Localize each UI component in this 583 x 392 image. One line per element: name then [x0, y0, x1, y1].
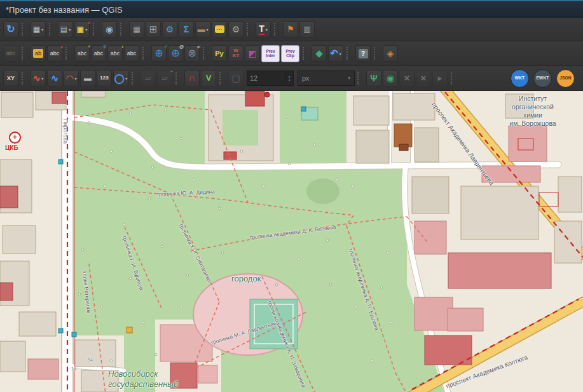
titlebar: *Проект без названия — QGIS — [0, 0, 583, 18]
main-toolbar: ↻ ▦ ▾ ▤ ▾ — [0, 18, 583, 41]
toolbar-handle — [142, 47, 148, 60]
label-highlight-button[interactable]: ab — [31, 45, 46, 62]
badge: ● — [88, 20, 90, 25]
help-button[interactable]: ? — [355, 45, 371, 62]
delete-vertex-button[interactable]: × — [399, 70, 415, 86]
map-label-university: Новосибирск государственный — [108, 369, 178, 389]
badge: + — [88, 44, 90, 50]
text-annotation-button[interactable]: T ▾ — [256, 21, 271, 37]
stepper-down-icon[interactable]: ▾ — [285, 78, 293, 82]
label-move-button[interactable]: abc + — [74, 45, 90, 62]
map-tips-button[interactable]: … — [212, 21, 227, 37]
label-rotate-button[interactable]: abc ↻ — [91, 45, 106, 62]
statistics-button[interactable]: Σ — [179, 21, 194, 37]
snapping-tolerance-input[interactable] — [247, 74, 285, 82]
toolbar-handle — [93, 23, 99, 36]
units-select[interactable]: px ▾ — [298, 71, 355, 86]
labeling-plugins-toolbar: abc ab abc ● — [0, 41, 583, 66]
move-feature-button[interactable]: ▱ — [141, 70, 156, 86]
plugin-magenta-button[interactable]: ◩ — [245, 45, 260, 62]
move-label-button[interactable]: ► — [432, 70, 448, 86]
label-pin-button[interactable]: abc ● — [47, 45, 62, 62]
snap-intersection-button[interactable]: V — [201, 70, 216, 86]
units-value: px — [302, 74, 310, 82]
toolbar-handle — [451, 72, 456, 84]
toolbar-handle — [346, 47, 352, 60]
profile-line-button[interactable]: ⚑ — [283, 21, 298, 37]
map-label-pirogova: Пирогова — [62, 119, 69, 144]
toolbar-handle — [132, 72, 137, 84]
vertex-tool-button[interactable]: ∿ — [47, 70, 62, 86]
window-title: *Проект без названия — QGIS — [6, 5, 123, 15]
arc-tool-button[interactable]: ◠ ▾ — [64, 70, 79, 86]
toolbar-handle — [274, 23, 280, 36]
snapping-tolerance-field: ▴ ▾ — [247, 71, 294, 86]
tolerance-mode-button[interactable]: ▢ — [228, 70, 243, 86]
delete-feature-button[interactable]: × — [416, 70, 431, 86]
toolbar-handle — [22, 72, 27, 84]
layers-panel-button[interactable]: ▤ ▾ — [58, 21, 73, 37]
tracing-button[interactable]: Ψ — [366, 70, 381, 86]
badge: • — [122, 44, 123, 50]
chevron-down-icon: ▾ — [75, 76, 77, 81]
json-badge-button[interactable]: JSON — [556, 69, 575, 88]
measure-button[interactable]: ▬ ▾ — [195, 21, 210, 37]
python-console-button[interactable]: Py — [212, 45, 227, 62]
digitizing-toolbar-mid: Ψ ◉ × × — [355, 70, 459, 86]
snapping-button[interactable]: ∩ — [184, 70, 200, 86]
map-label-house-number: 54 — [88, 358, 93, 362]
toolbar-handle — [374, 47, 380, 60]
toolbar-handle — [203, 47, 209, 60]
city-model-button[interactable]: ▥ — [299, 21, 315, 37]
avoid-overlap-button[interactable]: ◉ — [383, 70, 398, 86]
web-catalog-button[interactable]: ⊕ @ — [168, 45, 183, 62]
toolbar-handle — [357, 72, 363, 84]
labeling-options-button[interactable]: abc — [3, 45, 18, 62]
label-edit-button[interactable]: abc • — [107, 45, 123, 62]
badge: + — [165, 44, 167, 50]
badge: ● — [60, 44, 63, 50]
chevron-down-icon: ▾ — [125, 76, 127, 81]
chevron-down-icon: ▾ — [85, 27, 87, 32]
map-canvas[interactable]: + ЦКБ Пирогова Институт органической хим… — [0, 91, 583, 392]
stepper: ▴ ▾ — [285, 74, 293, 82]
toolbar-handle — [120, 23, 126, 36]
search-layers-button[interactable]: ⊗ ∞ — [184, 45, 200, 62]
numeric-digitize-button[interactable]: 123 — [97, 70, 112, 86]
map-navigation-button[interactable]: ▦ ▾ — [31, 21, 46, 37]
chevron-down-icon: ▾ — [340, 51, 341, 56]
prev-clip-button[interactable]: Prev Clip — [281, 45, 299, 62]
toolbar-handle — [247, 23, 252, 36]
osm-search-button[interactable]: ↶ ▾ — [328, 45, 343, 62]
digitize-curve-button[interactable]: ∿ ▾ — [31, 70, 46, 86]
add-layer-button[interactable]: ▣ ▾ ● — [74, 21, 90, 37]
label-change-button[interactable]: abc — [124, 45, 139, 62]
copy-move-feature-button[interactable]: ▱ + — [157, 70, 172, 86]
refresh-button[interactable]: ↻ — [3, 21, 18, 37]
digitizing-toolbar: XY ∿ ▾ ∿ — [0, 66, 583, 91]
ewkt-badge-button[interactable]: EWKT — [533, 69, 552, 88]
map-label-gorodok: городок — [231, 274, 261, 283]
toolbar-handle — [49, 23, 55, 36]
toolbar-handle — [22, 23, 27, 36]
shape-digitize-button[interactable]: ◯ ▾ — [113, 70, 128, 86]
options-gear-button[interactable]: ⚙ — [228, 21, 243, 37]
identify-features-button[interactable]: ◉ — [102, 21, 117, 37]
wkt-badge-button[interactable]: WKT — [511, 69, 529, 88]
layout-manager-button[interactable]: ⊞ — [146, 21, 161, 37]
map-label-house-number: 14 — [71, 367, 76, 371]
processing-toolbox-button[interactable]: ⚙ — [162, 21, 177, 37]
add-wms-layer-button[interactable]: ⊕ + — [151, 45, 167, 62]
qgis-window: *Проект без названия — QGIS ↻ ▦ ▾ — [0, 0, 583, 392]
chevron-down-icon: ▾ — [348, 76, 350, 81]
attribute-table-button[interactable]: ▦ — [129, 21, 144, 37]
geometry-checker-button[interactable]: ◈ — [383, 45, 398, 62]
badge: ∞ — [197, 44, 200, 50]
xy-tool-button[interactable]: XY — [3, 70, 18, 86]
wkt-tool-button[interactable]: W KT — [228, 45, 243, 62]
measure-segment-button[interactable]: ▬ — [80, 70, 95, 86]
toolbar-handle — [303, 47, 308, 60]
prev-inter-button[interactable]: Prev Inter — [261, 45, 280, 62]
grass-tools-button[interactable]: ◆ — [312, 45, 327, 62]
map-label-ckb: ЦКБ — [5, 144, 18, 151]
